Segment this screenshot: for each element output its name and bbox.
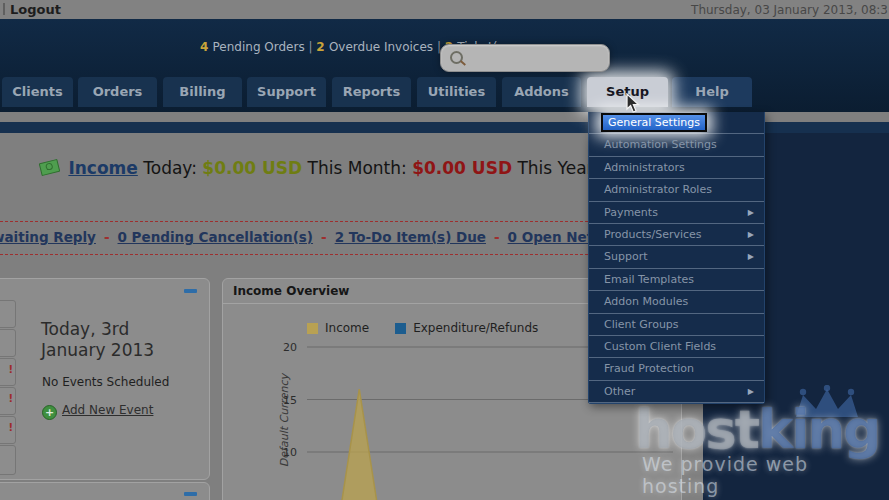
topbar: Logout Thursday, 03 January 2013, 08:3 <box>0 0 889 20</box>
income-area-series <box>333 389 385 500</box>
whmcs-admin-screen: Logout Thursday, 03 January 2013, 08:3 4… <box>0 0 889 500</box>
menu-item-email-templates[interactable]: Email Templates <box>589 269 764 291</box>
status-label-overdue-invoices[interactable]: Overdue Invoices <box>329 40 433 54</box>
income-month-value: $0.00 USD <box>412 158 512 178</box>
tab-orders[interactable]: Orders <box>78 77 157 107</box>
search-icon <box>450 51 463 64</box>
menu-item-label: Addon Modules <box>604 295 688 308</box>
income-overview-title: Income Overview <box>233 284 349 298</box>
menu-item-automation-settings[interactable]: Automation Settings <box>589 134 764 156</box>
calendar-card: Today, 3rd January 2013 No Events Schedu… <box>0 278 210 480</box>
income-year-label: This Year: <box>517 158 599 178</box>
status-label-pending-orders[interactable]: Pending Orders <box>213 40 305 54</box>
income-link[interactable]: Income <box>68 158 137 178</box>
search-box[interactable] <box>440 44 610 72</box>
menu-item-addon-modules[interactable]: Addon Modules <box>589 291 764 313</box>
alert-separator: - <box>486 229 508 245</box>
income-summary-line: Income Today: $0.00 USD This Month: $0.0… <box>40 158 599 178</box>
y-tick-label: 10 <box>283 446 297 459</box>
menu-item-payments[interactable]: Payments▶ <box>589 202 764 224</box>
tab-support[interactable]: Support <box>247 77 326 107</box>
status-count: 4 <box>200 40 213 54</box>
tab-utilities[interactable]: Utilities <box>417 77 496 107</box>
menu-item-general-settings[interactable]: General Settings <box>589 112 764 134</box>
menu-item-label: Other <box>604 385 635 398</box>
add-new-event-link[interactable]: +Add New Event <box>42 403 153 420</box>
add-icon: + <box>42 405 57 420</box>
left-stub-box[interactable]: ! <box>0 358 16 386</box>
left-stub-box[interactable]: ! <box>0 416 16 444</box>
money-icon <box>39 159 61 176</box>
calendar-date-title: Today, 3rd January 2013 <box>41 319 199 362</box>
income-today-label: Today: <box>143 158 202 178</box>
income-month-label: This Month: <box>308 158 413 178</box>
left-stub-box[interactable] <box>0 445 16 475</box>
submenu-arrow-icon: ▶ <box>748 381 754 402</box>
menu-item-label: Administrator Roles <box>604 183 712 196</box>
menu-item-label: Custom Client Fields <box>604 340 716 353</box>
status-count: 2 <box>316 40 329 54</box>
menu-item-label: General Settings <box>601 113 707 132</box>
submenu-arrow-icon: ▶ <box>748 246 754 267</box>
menu-item-label: Administrators <box>604 161 685 174</box>
minimize-icon[interactable] <box>184 492 197 496</box>
stub-alert-mark: ! <box>8 364 13 375</box>
datetime-label: Thursday, 03 January 2013, 08:3 <box>691 3 888 17</box>
left-stub-box[interactable]: ! <box>0 387 16 415</box>
menu-item-label: Automation Settings <box>604 138 717 151</box>
menu-item-label: Fraud Protection <box>604 362 694 375</box>
alert-separator: - <box>313 229 335 245</box>
menu-item-administrators[interactable]: Administrators <box>589 157 764 179</box>
income-today-value: $0.00 USD <box>202 158 302 178</box>
menu-item-label: Products/Services <box>604 228 702 241</box>
menu-item-label: Payments <box>604 206 658 219</box>
menu-item-support[interactable]: Support▶ <box>589 246 764 268</box>
menu-item-label: Support <box>604 250 647 263</box>
menu-item-custom-client-fields[interactable]: Custom Client Fields <box>589 336 764 358</box>
tab-reports[interactable]: Reports <box>332 77 411 107</box>
submenu-arrow-icon: ▶ <box>748 224 754 245</box>
menu-item-products-services[interactable]: Products/Services▶ <box>589 224 764 246</box>
alert-link-0-pending-cancellation-s[interactable]: 0 Pending Cancellation(s) <box>118 229 314 245</box>
minimize-icon[interactable] <box>184 289 197 293</box>
alert-link-2-to-do-item-s-due[interactable]: 2 To-Do Item(s) Due <box>335 229 486 245</box>
tab-addons[interactable]: Addons <box>502 77 581 107</box>
submenu-arrow-icon: ▶ <box>748 202 754 223</box>
alert-links: waiting Reply-0 Pending Cancellation(s)-… <box>0 229 631 245</box>
left-stub-box[interactable] <box>0 329 16 357</box>
logout-link[interactable]: Logout <box>10 2 61 17</box>
tab-billing[interactable]: Billing <box>163 77 242 107</box>
alert-link-waiting-reply[interactable]: waiting Reply <box>0 229 96 245</box>
setup-dropdown: General SettingsAutomation SettingsAdmin… <box>588 112 765 404</box>
bottom-card <box>0 482 210 500</box>
menu-item-client-groups[interactable]: Client Groups <box>589 314 764 336</box>
left-stub-box[interactable] <box>0 300 16 328</box>
calendar-status: No Events Scheduled <box>42 375 169 389</box>
menu-item-fraud-protection[interactable]: Fraud Protection <box>589 358 764 380</box>
stub-alert-mark: ! <box>8 393 13 404</box>
mouse-cursor-icon <box>626 93 642 115</box>
y-tick-label: 15 <box>283 394 297 407</box>
menu-item-label: Email Templates <box>604 273 694 286</box>
nav-tabs: ClientsOrdersBillingSupportReportsUtilit… <box>0 77 889 107</box>
menu-item-other[interactable]: Other▶ <box>589 381 764 403</box>
topbar-divider <box>3 3 5 15</box>
search-input[interactable] <box>467 47 605 69</box>
menu-item-label: Client Groups <box>604 318 679 331</box>
y-tick-label: 20 <box>283 341 297 354</box>
status-separator: | <box>305 40 317 54</box>
tab-clients[interactable]: Clients <box>2 77 73 107</box>
menu-item-administrator-roles[interactable]: Administrator Roles <box>589 179 764 201</box>
stub-alert-mark: ! <box>8 422 13 433</box>
alert-separator: - <box>96 229 118 245</box>
tab-help[interactable]: Help <box>672 77 752 107</box>
